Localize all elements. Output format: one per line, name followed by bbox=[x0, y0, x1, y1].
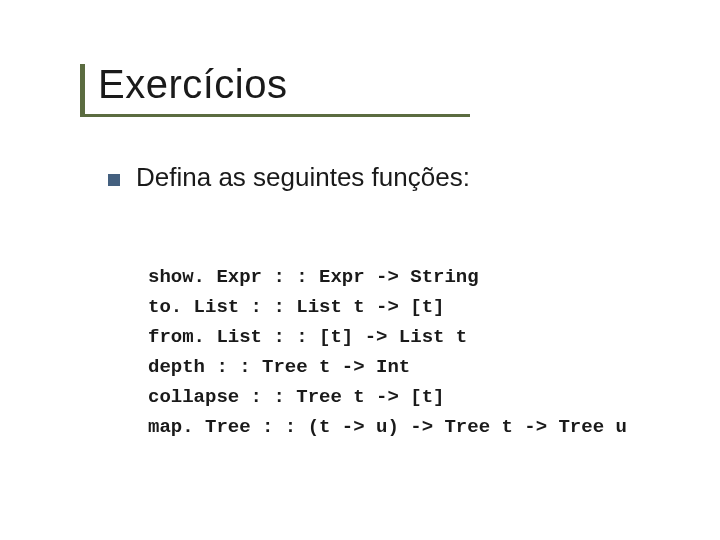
code-line: depth : : Tree t -> Int bbox=[148, 356, 410, 378]
code-line: show. Expr : : Expr -> String bbox=[148, 266, 479, 288]
slide: Exercícios Defina as seguintes funções: … bbox=[0, 0, 720, 540]
title-container: Exercícios bbox=[88, 62, 648, 107]
square-bullet-icon bbox=[108, 174, 120, 186]
title-accent-horizontal bbox=[80, 114, 470, 117]
code-line: collapse : : Tree t -> [t] bbox=[148, 386, 444, 408]
title-accent-vertical bbox=[80, 64, 85, 116]
slide-title: Exercícios bbox=[88, 62, 648, 107]
bullet-item: Defina as seguintes funções: bbox=[108, 162, 470, 193]
code-line: to. List : : List t -> [t] bbox=[148, 296, 444, 318]
bullet-text: Defina as seguintes funções: bbox=[136, 162, 470, 193]
code-line: from. List : : [t] -> List t bbox=[148, 326, 467, 348]
code-block: show. Expr : : Expr -> String to. List :… bbox=[148, 232, 627, 442]
code-line: map. Tree : : (t -> u) -> Tree t -> Tree… bbox=[148, 416, 627, 438]
